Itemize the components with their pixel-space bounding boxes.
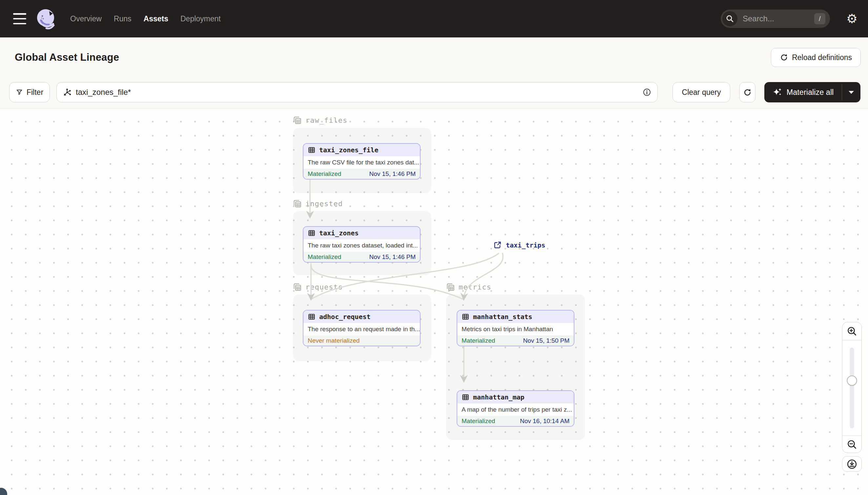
- asset-status-bar: Materialized Nov 15, 1:46 PM: [303, 169, 420, 179]
- asset-node-taxi-zones[interactable]: taxi_zones The raw taxi zones dataset, l…: [303, 226, 421, 262]
- materialization-timestamp[interactable]: Nov 15, 1:46 PM: [369, 253, 415, 261]
- table-icon: [308, 146, 316, 154]
- nav-runs[interactable]: Runs: [114, 14, 131, 23]
- asset-node-adhoc-request[interactable]: adhoc_request The response to an request…: [303, 310, 421, 346]
- status-badge: Materialized: [308, 253, 341, 261]
- hamburger-menu-icon[interactable]: [13, 13, 26, 24]
- lineage-toolbar: Filter Clear query: [0, 82, 868, 102]
- status-badge: Materialized: [462, 337, 495, 344]
- table-group-icon: [293, 283, 302, 291]
- primary-nav: Overview Runs Assets Deployment: [70, 14, 221, 23]
- materialize-options-dropdown[interactable]: [842, 82, 861, 102]
- search-shortcut-badge: /: [814, 13, 825, 24]
- sparkle-icon: [773, 87, 782, 97]
- refresh-icon: [743, 88, 752, 97]
- refresh-graph-button[interactable]: [739, 82, 756, 102]
- group-label-ingested[interactable]: ingested: [293, 199, 343, 208]
- materialize-all-button[interactable]: Materialize all: [764, 82, 842, 102]
- table-icon: [462, 313, 470, 321]
- status-badge: Never materialized: [308, 337, 359, 344]
- asset-card-header: manhattan_map: [457, 391, 574, 404]
- materialization-timestamp[interactable]: Nov 16, 10:14 AM: [520, 417, 569, 425]
- external-asset-taxi-trips[interactable]: taxi_trips: [493, 241, 545, 250]
- dagster-logo[interactable]: [35, 8, 56, 30]
- zoom-slider-handle[interactable]: [847, 376, 857, 386]
- asset-description: The response to an request made in th...: [303, 323, 420, 336]
- table-icon: [308, 229, 316, 237]
- reload-icon: [780, 53, 788, 62]
- zoom-out-button[interactable]: [843, 436, 862, 453]
- download-image-button[interactable]: [842, 456, 862, 472]
- global-search-input[interactable]: Search... /: [721, 10, 830, 28]
- asset-query-input[interactable]: [76, 88, 638, 97]
- reload-definitions-button[interactable]: Reload definitions: [771, 48, 861, 67]
- zoom-slider-track[interactable]: [850, 347, 854, 428]
- asset-description: Metrics on taxi trips in Manhattan: [457, 323, 574, 336]
- zoom-in-button[interactable]: [843, 322, 862, 340]
- asset-node-manhattan-stats[interactable]: manhattan_stats Metrics on taxi trips in…: [457, 310, 574, 346]
- table-icon: [308, 313, 316, 321]
- filter-funnel-icon: [16, 89, 23, 96]
- search-placeholder: Search...: [743, 14, 814, 23]
- settings-gear-icon[interactable]: ⚙: [846, 13, 857, 25]
- external-link-icon: [493, 241, 502, 250]
- asset-card-header: manhattan_stats: [457, 310, 574, 323]
- asset-description: The raw CSV file for the taxi zones dat.…: [303, 156, 420, 169]
- asset-node-manhattan-map[interactable]: manhattan_map A map of the number of tri…: [457, 390, 574, 427]
- clear-query-button[interactable]: Clear query: [672, 82, 730, 102]
- filter-button[interactable]: Filter: [9, 82, 50, 102]
- nav-deployment[interactable]: Deployment: [180, 14, 221, 23]
- download-icon: [846, 458, 858, 470]
- canvas-corner-decoration: [0, 488, 7, 495]
- table-group-icon: [293, 199, 302, 208]
- graph-query-icon: [63, 88, 72, 97]
- status-badge: Materialized: [462, 417, 495, 425]
- table-group-icon: [446, 283, 455, 291]
- zoom-slider-zone: [843, 340, 862, 436]
- asset-description: A map of the number of trips per taxi z.…: [457, 404, 574, 416]
- table-group-icon: [293, 116, 302, 125]
- zoom-in-icon: [846, 326, 857, 337]
- asset-name: manhattan_map: [473, 393, 525, 401]
- zoom-control-panel: [842, 322, 862, 453]
- asset-name: taxi_zones: [319, 229, 358, 237]
- table-icon: [462, 393, 470, 401]
- asset-status-bar: Never materialized: [303, 336, 420, 346]
- lineage-edges: [0, 109, 868, 495]
- asset-node-taxi-zones-file[interactable]: taxi_zones_file The raw CSV file for the…: [303, 143, 421, 180]
- materialization-timestamp[interactable]: Nov 15, 1:50 PM: [523, 337, 569, 344]
- search-icon: [722, 11, 738, 26]
- lineage-canvas[interactable]: raw_files ingested requests: [0, 109, 868, 495]
- asset-description: The raw taxi zones dataset, loaded int..…: [303, 239, 420, 252]
- asset-query-box: [56, 82, 658, 102]
- zoom-out-icon: [846, 439, 857, 450]
- materialization-timestamp[interactable]: Nov 15, 1:46 PM: [369, 170, 415, 177]
- status-badge: Materialized: [308, 170, 341, 177]
- asset-name: taxi_zones_file: [319, 146, 378, 154]
- query-info-icon[interactable]: [642, 88, 652, 97]
- asset-status-bar: Materialized Nov 16, 10:14 AM: [457, 416, 574, 426]
- page-header: Global Asset Lineage Reload definitions: [0, 37, 868, 78]
- asset-name: manhattan_stats: [473, 313, 532, 321]
- nav-assets[interactable]: Assets: [144, 14, 168, 23]
- asset-card-header: adhoc_request: [303, 310, 420, 323]
- group-label-metrics[interactable]: metrics: [446, 283, 491, 291]
- asset-status-bar: Materialized Nov 15, 1:46 PM: [303, 252, 420, 262]
- asset-card-header: taxi_zones: [303, 227, 420, 239]
- top-nav-bar: Overview Runs Assets Deployment Search..…: [0, 0, 868, 37]
- chevron-down-icon: [849, 91, 854, 94]
- asset-name: adhoc_request: [319, 313, 371, 321]
- materialize-all-split-button: Materialize all: [764, 82, 861, 102]
- asset-status-bar: Materialized Nov 15, 1:50 PM: [457, 336, 574, 346]
- group-label-raw-files[interactable]: raw_files: [293, 116, 348, 125]
- asset-card-header: taxi_zones_file: [303, 144, 420, 156]
- page-title: Global Asset Lineage: [15, 52, 119, 63]
- nav-overview[interactable]: Overview: [70, 14, 102, 23]
- group-label-requests[interactable]: requests: [293, 283, 343, 291]
